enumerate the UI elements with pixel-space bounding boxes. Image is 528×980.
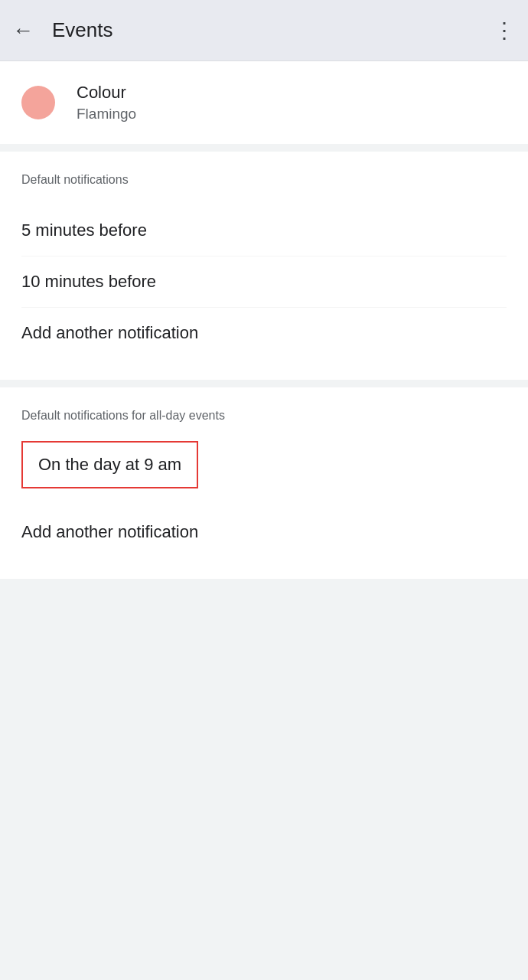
section-divider-1 bbox=[0, 144, 528, 152]
page-title: Events bbox=[52, 18, 113, 42]
add-notification-button[interactable]: Add another notification bbox=[21, 308, 507, 358]
colour-text: Colour Flamingo bbox=[77, 83, 136, 122]
allday-notification-highlighted[interactable]: On the day at 9 am bbox=[21, 441, 198, 488]
back-icon[interactable]: ← bbox=[12, 20, 34, 41]
notification-item-5min[interactable]: 5 minutes before bbox=[21, 205, 507, 256]
default-notifications-section: Default notifications 5 minutes before 1… bbox=[0, 152, 528, 380]
allday-notifications-label: Default notifications for all-day events bbox=[21, 409, 507, 423]
notification-item-10min[interactable]: 10 minutes before bbox=[21, 256, 507, 308]
allday-notifications-section: Default notifications for all-day events… bbox=[0, 387, 528, 579]
app-bar-left: ← Events bbox=[12, 18, 113, 42]
colour-dot bbox=[21, 86, 55, 119]
colour-label: Colour bbox=[77, 83, 136, 103]
more-options-icon[interactable]: ⋮ bbox=[494, 18, 516, 43]
colour-value: Flamingo bbox=[77, 106, 136, 122]
app-bar: ← Events ⋮ bbox=[0, 0, 528, 61]
add-allday-notification-button[interactable]: Add another notification bbox=[21, 507, 507, 557]
colour-section[interactable]: Colour Flamingo bbox=[0, 61, 528, 144]
content: Colour Flamingo Default notifications 5 … bbox=[0, 61, 528, 579]
section-divider-2 bbox=[0, 380, 528, 387]
default-notifications-label: Default notifications bbox=[21, 173, 507, 187]
